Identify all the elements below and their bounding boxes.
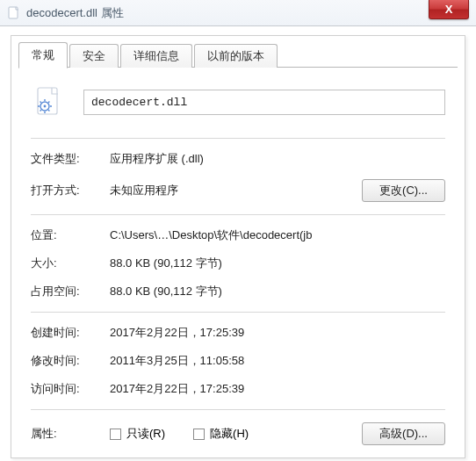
modified-value: 2011年3月25日，11:05:58 [110, 353, 244, 369]
created-label: 创建时间: [31, 325, 110, 341]
size-row: 大小: 88.0 KB (90,112 字节) [31, 256, 445, 271]
diskspace-label: 占用空间: [31, 284, 110, 299]
tab-previous-versions[interactable]: 以前的版本 [194, 44, 278, 68]
dialog-outer: 常规 安全 详细信息 以前的版本 [0, 26, 476, 458]
filetype-row: 文件类型: 应用程序扩展 (.dll) [31, 151, 445, 167]
readonly-checkbox[interactable]: 只读(R) [110, 426, 165, 442]
created-row: 创建时间: 2017年2月22日，17:25:39 [31, 325, 445, 341]
window-icon [7, 6, 21, 20]
created-value: 2017年2月22日，17:25:39 [110, 325, 244, 341]
filetype-label: 文件类型: [31, 151, 110, 167]
tab-label: 安全 [83, 49, 105, 62]
tab-details[interactable]: 详细信息 [120, 44, 192, 68]
openswith-row: 打开方式: 未知应用程序 更改(C)... [31, 179, 445, 202]
checkbox-icon [110, 429, 121, 440]
attributes-label: 属性: [31, 426, 110, 442]
location-row: 位置: C:\Users\…\Desktop\软件\decodecert(jb [31, 227, 445, 243]
size-label: 大小: [31, 256, 110, 271]
tab-label: 以前的版本 [207, 49, 264, 62]
checkbox-icon [193, 429, 205, 440]
window-title: decodecert.dll 属性 [26, 5, 124, 21]
location-value: C:\Users\…\Desktop\软件\decodecert(jb [110, 227, 312, 243]
close-icon: X [445, 3, 453, 16]
tab-strip: 常规 安全 详细信息 以前的版本 [18, 43, 458, 68]
separator [31, 214, 445, 215]
size-value: 88.0 KB (90,112 字节) [110, 256, 222, 271]
diskspace-row: 占用空间: 88.0 KB (90,112 字节) [31, 284, 445, 299]
change-button[interactable]: 更改(C)... [362, 179, 445, 202]
attributes-row: 属性: 只读(R) 隐藏(H) 高级(D)... [31, 422, 445, 445]
tab-label: 常规 [32, 48, 54, 61]
accessed-row: 访问时间: 2017年2月22日，17:25:39 [31, 381, 445, 397]
tab-label: 详细信息 [133, 49, 179, 62]
separator [31, 138, 445, 139]
tab-general[interactable]: 常规 [18, 42, 68, 68]
location-label: 位置: [31, 227, 110, 243]
filetype-value: 应用程序扩展 (.dll) [110, 151, 204, 167]
hidden-label: 隐藏(H) [210, 426, 249, 442]
filename-row [31, 83, 445, 120]
hidden-checkbox[interactable]: 隐藏(H) [193, 426, 249, 442]
separator [31, 312, 445, 313]
accessed-label: 访问时间: [31, 381, 110, 397]
general-pane: 文件类型: 应用程序扩展 (.dll) 打开方式: 未知应用程序 更改(C)..… [18, 68, 458, 459]
titlebar: decodecert.dll 属性 X [0, 0, 476, 26]
readonly-label: 只读(R) [126, 426, 165, 442]
openswith-value: 未知应用程序 [110, 183, 178, 198]
dll-file-icon [31, 83, 68, 120]
modified-label: 修改时间: [31, 353, 110, 369]
filename-input[interactable] [83, 90, 445, 115]
separator [31, 409, 445, 410]
openswith-label: 打开方式: [31, 183, 110, 198]
modified-row: 修改时间: 2011年3月25日，11:05:58 [31, 353, 445, 369]
properties-dialog: 常规 安全 详细信息 以前的版本 [11, 35, 465, 458]
svg-point-3 [44, 105, 47, 108]
tab-security[interactable]: 安全 [69, 44, 119, 68]
accessed-value: 2017年2月22日，17:25:39 [110, 381, 244, 397]
advanced-button[interactable]: 高级(D)... [362, 422, 445, 445]
close-button[interactable]: X [429, 0, 469, 19]
diskspace-value: 88.0 KB (90,112 字节) [110, 284, 222, 299]
